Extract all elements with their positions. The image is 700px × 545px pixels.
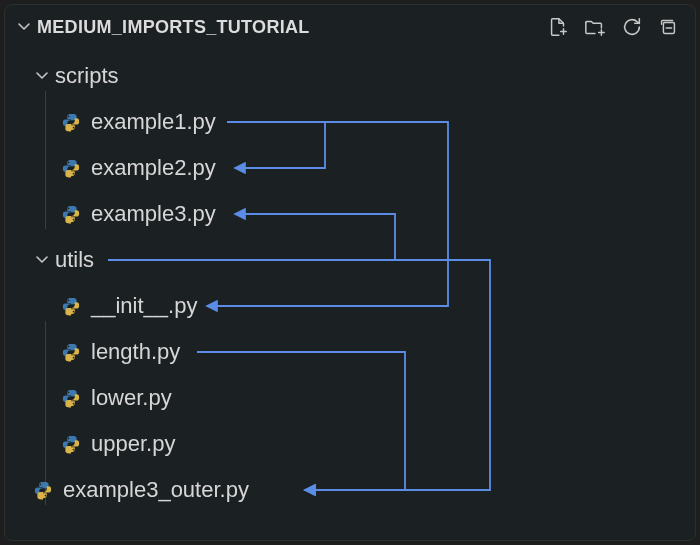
svg-point-2 [73, 127, 75, 129]
project-title: MEDIUM_IMPORTS_TUTORIAL [37, 17, 547, 38]
file-label: length.py [91, 339, 180, 365]
file-row[interactable]: example2.py [5, 145, 695, 191]
python-file-icon [61, 388, 81, 408]
python-file-icon [33, 480, 53, 500]
explorer-panel: MEDIUM_IMPORTS_TUTORIAL scripts [4, 4, 696, 541]
file-label: example1.py [91, 109, 216, 135]
file-row[interactable]: example1.py [5, 99, 695, 145]
header-actions [547, 16, 683, 38]
file-label: example3_outer.py [63, 477, 249, 503]
explorer-header: MEDIUM_IMPORTS_TUTORIAL [5, 5, 695, 47]
svg-point-11 [68, 392, 70, 394]
svg-point-1 [68, 116, 70, 118]
file-label: __init__.py [91, 293, 197, 319]
file-row[interactable]: example3.py [5, 191, 695, 237]
svg-point-4 [73, 173, 75, 175]
svg-point-15 [40, 484, 42, 486]
python-file-icon [61, 342, 81, 362]
python-file-icon [61, 204, 81, 224]
svg-point-14 [73, 449, 75, 451]
file-label: example2.py [91, 155, 216, 181]
folder-row-utils[interactable]: utils [5, 237, 695, 283]
file-row[interactable]: __init__.py [5, 283, 695, 329]
file-label: upper.py [91, 431, 175, 457]
svg-point-5 [68, 208, 70, 210]
svg-point-9 [68, 346, 70, 348]
file-label: lower.py [91, 385, 172, 411]
folder-label: scripts [55, 63, 119, 89]
collapse-all-icon[interactable] [657, 16, 679, 38]
file-row[interactable]: lower.py [5, 375, 695, 421]
svg-point-7 [68, 300, 70, 302]
chevron-down-icon [33, 67, 51, 85]
svg-point-13 [68, 438, 70, 440]
new-folder-icon[interactable] [583, 16, 607, 38]
file-tree: scripts example1.py example2.py example3… [5, 47, 695, 513]
svg-point-12 [73, 403, 75, 405]
folder-row-scripts[interactable]: scripts [5, 53, 695, 99]
python-file-icon [61, 158, 81, 178]
chevron-down-icon[interactable] [15, 18, 33, 36]
svg-point-8 [73, 311, 75, 313]
svg-point-16 [45, 495, 47, 497]
file-row[interactable]: length.py [5, 329, 695, 375]
file-row[interactable]: example3_outer.py [5, 467, 695, 513]
python-file-icon [61, 112, 81, 132]
refresh-icon[interactable] [621, 16, 643, 38]
chevron-down-icon [33, 251, 51, 269]
file-label: example3.py [91, 201, 216, 227]
svg-point-6 [73, 219, 75, 221]
new-file-icon[interactable] [547, 16, 569, 38]
python-file-icon [61, 296, 81, 316]
svg-point-3 [68, 162, 70, 164]
file-row[interactable]: upper.py [5, 421, 695, 467]
python-file-icon [61, 434, 81, 454]
folder-label: utils [55, 247, 94, 273]
svg-point-10 [73, 357, 75, 359]
